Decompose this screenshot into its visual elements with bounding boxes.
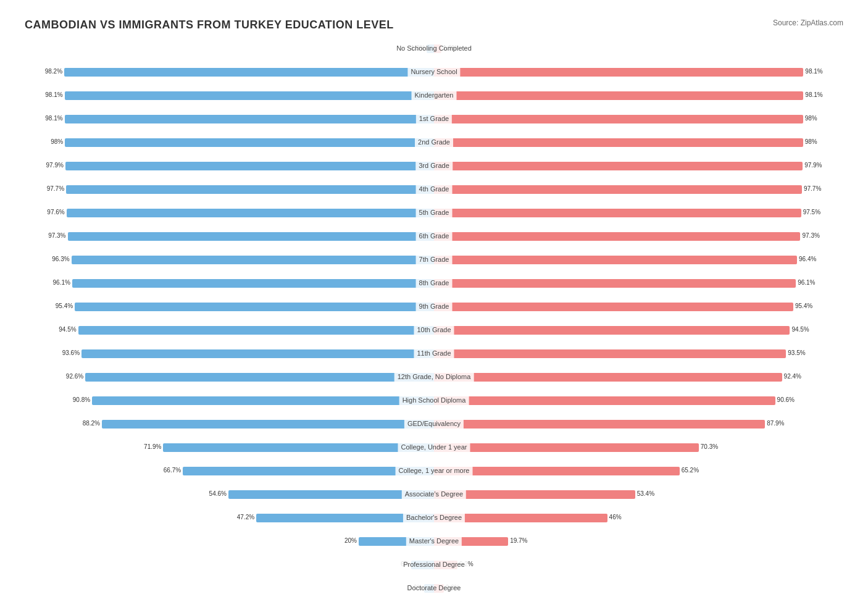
bar-left	[81, 349, 434, 358]
row-item: 12th Grade, No Diploma92.6%92.4%	[25, 366, 843, 388]
bar-left	[65, 115, 434, 123]
bar-label: 3rd Grade	[415, 161, 453, 170]
val-left: 54.6%	[209, 489, 228, 499]
row-item: Nursery School98.2%98.1%	[25, 61, 843, 83]
val-right: 98.1%	[803, 90, 822, 100]
row-item: Associate's Degree54.6%53.4%	[25, 483, 843, 506]
bar-left	[72, 279, 434, 288]
bar-label: GED/Equivalency	[404, 419, 464, 429]
bar-left	[72, 256, 434, 264]
val-left: 93.6%	[62, 348, 81, 358]
val-right: 98%	[803, 137, 817, 147]
row-item: Kindergarten98.1%98.1%	[25, 85, 843, 107]
val-right: 98.1%	[803, 67, 822, 77]
val-left: 47.2%	[237, 512, 256, 522]
row-item: No Schooling Completed1.9%1.9%	[25, 38, 843, 60]
val-right: 97.9%	[803, 161, 822, 170]
bar-label: Professional Degree	[400, 559, 468, 569]
row-item: GED/Equivalency88.2%87.9%	[25, 413, 843, 435]
val-left: 96.1%	[52, 278, 72, 288]
val-right: 87.9%	[765, 419, 784, 429]
row-item: College, 1 year or more66.7%65.2%	[25, 460, 843, 482]
bar-label: 5th Grade	[416, 207, 453, 217]
row-item: 9th Grade95.4%95.4%	[25, 296, 843, 318]
val-right: 46%	[607, 512, 622, 522]
bar-label: Master's Degree	[406, 536, 462, 546]
row-item: Doctorate Degree2.6%2.6%	[25, 577, 843, 600]
val-right: 92.4%	[782, 372, 801, 382]
bar-label: Doctorate Degree	[404, 583, 464, 593]
bar-label: 6th Grade	[416, 231, 453, 241]
val-left: 98.1%	[45, 90, 64, 100]
row-item: 6th Grade97.3%97.3%	[25, 225, 843, 248]
row-item: Professional Degree6%6.2%	[25, 554, 843, 576]
row-item: College, Under 1 year71.9%70.3%	[25, 437, 843, 459]
bar-right	[434, 185, 802, 194]
val-left: 88.2%	[83, 419, 102, 429]
bar-label: No Schooling Completed	[393, 43, 475, 53]
bar-label: High School Diploma	[399, 395, 469, 405]
bar-right	[434, 326, 790, 335]
row-item: 1st Grade98.1%98%	[25, 108, 843, 130]
val-left: 96.3%	[52, 254, 71, 264]
chart-title: CAMBODIAN VS IMMIGRANTS FROM TURKEY EDUC…	[25, 19, 394, 31]
row-item: 10th Grade94.5%94.5%	[25, 319, 843, 341]
bar-left	[163, 443, 434, 452]
row-item: 3rd Grade97.9%97.9%	[25, 155, 843, 177]
bar-label: College, Under 1 year	[398, 442, 470, 452]
val-right: 97.5%	[801, 207, 820, 217]
row-item: 5th Grade97.6%97.5%	[25, 202, 843, 224]
bar-left	[65, 91, 434, 100]
val-left: 97.3%	[48, 231, 67, 241]
bar-label: 8th Grade	[416, 278, 453, 288]
bar-right	[434, 256, 797, 264]
bar-left	[68, 232, 434, 241]
bar-label: Bachelor's Degree	[403, 512, 465, 522]
bar-label: 12th Grade, No Diploma	[394, 372, 474, 382]
val-left: 98.1%	[45, 114, 64, 123]
row-item: High School Diploma90.8%90.6%	[25, 390, 843, 412]
bar-right	[434, 232, 800, 241]
bar-left	[64, 68, 434, 77]
val-left: 97.6%	[47, 207, 66, 217]
bar-right	[434, 373, 782, 382]
val-right: 97.3%	[800, 231, 819, 241]
row-item: 7th Grade96.3%96.4%	[25, 249, 843, 271]
chart-source: Source: ZipAtlas.com	[773, 19, 843, 27]
val-right: 65.2%	[680, 466, 699, 475]
bar-label: 2nd Grade	[415, 137, 453, 147]
bar-label: 1st Grade	[416, 114, 452, 123]
bar-right	[434, 279, 796, 288]
row-item: 2nd Grade98%98%	[25, 132, 843, 154]
row-item: 4th Grade97.7%97.7%	[25, 178, 843, 201]
bar-label: Associate's Degree	[402, 489, 466, 499]
row-item: Master's Degree20%19.7%	[25, 530, 843, 553]
bar-left	[67, 209, 434, 217]
bar-left	[66, 185, 434, 194]
val-right: 94.5%	[790, 325, 809, 335]
bar-label: 4th Grade	[416, 184, 453, 194]
bar-left	[85, 373, 434, 382]
bar-right	[434, 420, 765, 429]
val-left: 94.5%	[59, 325, 78, 335]
bar-left	[78, 326, 434, 335]
val-left: 97.7%	[47, 184, 66, 194]
val-right: 70.3%	[699, 442, 718, 452]
chart-header: CAMBODIAN VS IMMIGRANTS FROM TURKEY EDUC…	[25, 19, 843, 31]
val-right: 19.7%	[508, 536, 527, 546]
bar-right	[434, 209, 801, 217]
bar-label: Nursery School	[407, 67, 460, 77]
chart-container: CAMBODIAN VS IMMIGRANTS FROM TURKEY EDUC…	[12, 12, 856, 602]
val-right: 95.4%	[793, 301, 812, 311]
bar-right	[434, 162, 803, 170]
val-right: 93.5%	[786, 348, 805, 358]
bar-label: 10th Grade	[414, 325, 454, 335]
row-item: 8th Grade96.1%96.1%	[25, 272, 843, 295]
val-left: 97.9%	[46, 161, 65, 170]
bar-left	[65, 162, 434, 170]
bar-right	[434, 443, 699, 452]
bar-left	[92, 396, 434, 405]
bar-right	[434, 115, 803, 123]
bar-left	[75, 303, 434, 311]
val-left: 90.8%	[73, 395, 92, 405]
